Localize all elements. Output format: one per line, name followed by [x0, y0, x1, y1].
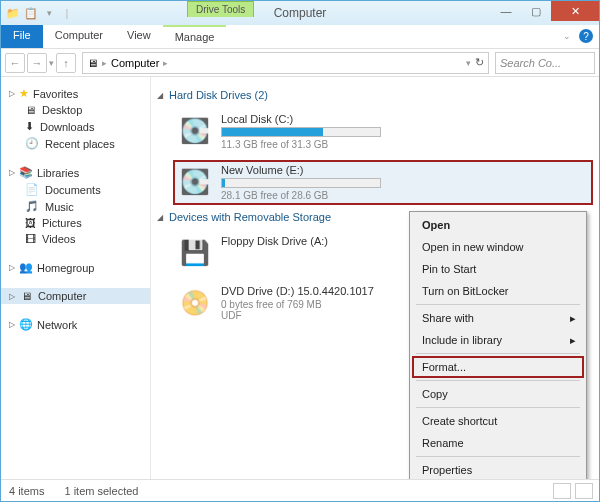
recent-icon: 🕘 [25, 137, 39, 150]
network-icon: 🌐 [19, 318, 33, 331]
sidebar-network[interactable]: ▷🌐Network [1, 316, 150, 333]
sidebar-item-recent[interactable]: 🕘Recent places [1, 135, 150, 152]
ctx-open[interactable]: Open [412, 214, 584, 236]
dvd-icon: 📀 [177, 285, 213, 321]
libraries-icon: 📚 [19, 166, 33, 179]
address-bar[interactable]: 🖥 ▸ Computer ▸ ▾ ↻ [82, 52, 489, 74]
ribbon-expand-icon[interactable]: ⌄ [563, 31, 571, 41]
ctx-separator [416, 304, 580, 305]
tab-view[interactable]: View [115, 25, 163, 48]
ctx-include-library[interactable]: Include in library▸ [412, 329, 584, 351]
window-title: Computer [274, 6, 327, 20]
sidebar-favorites-header[interactable]: ▷★Favorites [1, 85, 150, 102]
sidebar-item-pictures[interactable]: 🖼Pictures [1, 215, 150, 231]
pictures-icon: 🖼 [25, 217, 36, 229]
ctx-separator [416, 456, 580, 457]
ctx-open-new-window[interactable]: Open in new window [412, 236, 584, 258]
drive-new-volume-e[interactable]: 💽 New Volume (E:) 28.1 GB free of 28.6 G… [173, 160, 593, 205]
hdd-icon: 💽 [177, 113, 213, 149]
tab-manage[interactable]: Manage [163, 25, 227, 48]
music-icon: 🎵 [25, 200, 39, 213]
details-view-button[interactable] [553, 483, 571, 499]
ctx-copy[interactable]: Copy [412, 383, 584, 405]
help-icon[interactable]: ? [579, 29, 593, 43]
titlebar: 📁 📋 ▾ | Drive Tools Computer — ▢ ✕ [1, 1, 599, 25]
drive-name: Local Disk (C:) [221, 113, 589, 125]
navigation-pane: ▷★Favorites 🖥Desktop ⬇Downloads 🕘Recent … [1, 77, 151, 479]
refresh-icon[interactable]: ↻ [475, 56, 484, 69]
window-controls: — ▢ ✕ [491, 1, 599, 21]
ctx-separator [416, 353, 580, 354]
drive-local-disk-c[interactable]: 💽 Local Disk (C:) 11.3 GB free of 31.3 G… [173, 109, 593, 154]
status-selected-count: 1 item selected [64, 485, 138, 497]
submenu-arrow-icon: ▸ [570, 312, 576, 325]
context-menu: Open Open in new window Pin to Start Tur… [409, 211, 587, 484]
qat-dropdown-icon[interactable]: ▾ [41, 5, 57, 21]
breadcrumb-computer[interactable]: Computer [111, 57, 159, 69]
ctx-rename[interactable]: Rename [412, 432, 584, 454]
ribbon-tabs: File Computer View Manage ⌄ ? [1, 25, 599, 49]
ctx-bitlocker[interactable]: Turn on BitLocker [412, 280, 584, 302]
breadcrumb-chevron-icon[interactable]: ▸ [102, 58, 107, 68]
back-button[interactable]: ← [5, 53, 25, 73]
ctx-format[interactable]: Format... [412, 356, 584, 378]
qat-separator: | [59, 5, 75, 21]
status-bar: 4 items 1 item selected [1, 479, 599, 501]
history-dropdown-icon[interactable]: ▾ [49, 58, 54, 68]
hdd-section-header[interactable]: ◢Hard Disk Drives (2) [157, 89, 593, 101]
minimize-button[interactable]: — [491, 1, 521, 21]
ctx-share-with[interactable]: Share with▸ [412, 307, 584, 329]
documents-icon: 📄 [25, 183, 39, 196]
location-icon: 🖥 [87, 57, 98, 69]
sidebar-item-documents[interactable]: 📄Documents [1, 181, 150, 198]
computer-icon: 🖥 [21, 290, 32, 302]
homegroup-icon: 👥 [19, 261, 33, 274]
videos-icon: 🎞 [25, 233, 36, 245]
navigation-bar: ← → ▾ ↑ 🖥 ▸ Computer ▸ ▾ ↻ Search Co... [1, 49, 599, 77]
qat-properties-icon[interactable]: 📋 [23, 5, 39, 21]
status-item-count: 4 items [9, 485, 44, 497]
icons-view-button[interactable] [575, 483, 593, 499]
forward-button[interactable]: → [27, 53, 47, 73]
ctx-separator [416, 407, 580, 408]
sidebar-libraries-header[interactable]: ▷📚Libraries [1, 164, 150, 181]
drive-name: New Volume (E:) [221, 164, 589, 176]
drive-tools-contextual-tab[interactable]: Drive Tools [187, 1, 254, 17]
ctx-pin-to-start[interactable]: Pin to Start [412, 258, 584, 280]
sidebar-computer[interactable]: ▷🖥Computer [1, 288, 150, 304]
address-dropdown-icon[interactable]: ▾ [466, 58, 471, 68]
drive-free-text: 11.3 GB free of 31.3 GB [221, 139, 589, 150]
ctx-create-shortcut[interactable]: Create shortcut [412, 410, 584, 432]
sidebar-homegroup[interactable]: ▷👥Homegroup [1, 259, 150, 276]
hdd-icon: 💽 [177, 164, 213, 200]
maximize-button[interactable]: ▢ [521, 1, 551, 21]
ctx-properties[interactable]: Properties [412, 459, 584, 481]
star-icon: ★ [19, 87, 29, 100]
drive-free-text: 28.1 GB free of 28.6 GB [221, 190, 589, 201]
tab-file[interactable]: File [1, 25, 43, 48]
close-button[interactable]: ✕ [551, 1, 599, 21]
capacity-bar [221, 178, 381, 188]
tab-computer[interactable]: Computer [43, 25, 115, 48]
sidebar-item-music[interactable]: 🎵Music [1, 198, 150, 215]
sidebar-item-desktop[interactable]: 🖥Desktop [1, 102, 150, 118]
app-icon: 📁 [5, 5, 21, 21]
desktop-icon: 🖥 [25, 104, 36, 116]
breadcrumb-chevron-icon[interactable]: ▸ [163, 58, 168, 68]
search-input[interactable]: Search Co... [495, 52, 595, 74]
downloads-icon: ⬇ [25, 120, 34, 133]
up-button[interactable]: ↑ [56, 53, 76, 73]
sidebar-item-downloads[interactable]: ⬇Downloads [1, 118, 150, 135]
floppy-icon: 💾 [177, 235, 213, 271]
submenu-arrow-icon: ▸ [570, 334, 576, 347]
sidebar-item-videos[interactable]: 🎞Videos [1, 231, 150, 247]
capacity-bar [221, 127, 381, 137]
ctx-separator [416, 380, 580, 381]
quick-access-toolbar: 📁 📋 ▾ | [1, 5, 75, 21]
